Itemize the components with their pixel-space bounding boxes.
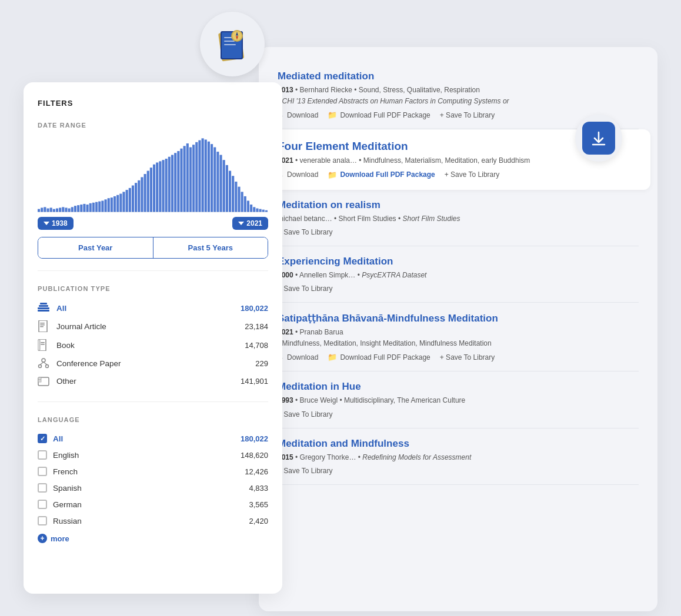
pub-type-other[interactable]: Other 141,901: [38, 372, 268, 390]
svg-rect-29: [95, 202, 98, 212]
svg-rect-18: [62, 207, 64, 212]
past-year-button[interactable]: Past Year: [38, 237, 153, 258]
pub-type-other-label: Other: [56, 377, 76, 386]
svg-rect-97: [41, 342, 45, 343]
svg-rect-92: [40, 323, 45, 324]
svg-rect-4: [224, 41, 235, 42]
svg-rect-57: [180, 149, 182, 212]
svg-rect-69: [216, 152, 219, 212]
svg-rect-72: [226, 165, 228, 212]
past-5-years-button[interactable]: Past 5 Years: [153, 237, 268, 258]
date-range-chart: [38, 136, 268, 212]
svg-rect-17: [59, 207, 61, 212]
svg-rect-16: [56, 209, 58, 213]
svg-rect-54: [171, 155, 173, 213]
lang-spanish-checkbox[interactable]: [38, 483, 47, 493]
download-pdf-btn-5[interactable]: 📁 Download Full PDF Package: [328, 353, 430, 361]
svg-rect-75: [235, 182, 237, 212]
lang-french[interactable]: French 12,426: [38, 463, 268, 480]
result-title-5[interactable]: Satipaṭṭhāna Bhāvanā-Mindfulness Meditat…: [278, 312, 639, 324]
more-languages-link[interactable]: + more: [38, 534, 268, 543]
svg-rect-40: [129, 188, 131, 212]
download-btn-2[interactable]: ⬇ Download: [278, 170, 318, 179]
result-meta-5: 2021 • Pranab Barua • Mindfulness, Medit…: [278, 327, 639, 349]
lang-russian-label: Russian: [53, 517, 82, 525]
download-badge[interactable]: [575, 115, 622, 162]
svg-point-100: [39, 365, 42, 368]
svg-rect-82: [256, 209, 258, 213]
save-library-btn-1[interactable]: + Save To Library: [440, 111, 495, 119]
lang-spanish[interactable]: Spanish 4,833: [38, 480, 268, 496]
save-library-btn-5[interactable]: + Save To Library: [440, 353, 495, 361]
download-btn-1[interactable]: ⬇ Download: [278, 111, 318, 119]
pub-type-all[interactable]: All 180,022: [38, 299, 268, 317]
result-actions-4: + Save To Library: [278, 284, 639, 293]
svg-rect-64: [202, 138, 204, 212]
svg-rect-11: [41, 207, 43, 212]
lang-all[interactable]: All 180,022: [38, 430, 268, 447]
svg-rect-62: [195, 142, 198, 212]
lang-french-checkbox[interactable]: [38, 467, 47, 476]
svg-rect-44: [141, 177, 143, 212]
svg-rect-19: [65, 207, 67, 212]
svg-rect-78: [244, 196, 246, 212]
lang-all-checkbox[interactable]: [38, 434, 47, 443]
svg-rect-96: [38, 340, 40, 350]
result-title-1[interactable]: Mediated meditation: [278, 71, 639, 82]
folder-icon-5: 📁: [328, 353, 337, 361]
conference-icon: [38, 358, 51, 369]
svg-rect-30: [98, 202, 101, 212]
save-library-btn-2[interactable]: + Save To Library: [445, 170, 500, 179]
lang-russian[interactable]: Russian 2,420: [38, 513, 268, 529]
lang-english-checkbox[interactable]: [38, 450, 47, 460]
save-library-btn-4[interactable]: + Save To Library: [278, 284, 333, 293]
svg-rect-37: [119, 194, 122, 212]
lang-english-label: English: [53, 451, 79, 460]
result-title-3[interactable]: Meditation on realism: [278, 199, 639, 211]
pub-type-book[interactable]: Book 14,708: [38, 336, 268, 354]
svg-rect-105: [38, 377, 41, 380]
pub-type-conference[interactable]: Conference Paper 229: [38, 354, 268, 372]
save-library-btn-3[interactable]: + Save To Library: [278, 228, 333, 236]
result-actions-3: + Save To Library: [278, 228, 639, 236]
svg-rect-59: [186, 143, 189, 212]
download-inner: [582, 122, 615, 155]
result-title-7[interactable]: Meditation and Mindfulness: [278, 438, 639, 450]
svg-rect-33: [108, 198, 110, 212]
lang-german[interactable]: German 3,565: [38, 496, 268, 513]
lang-german-checkbox[interactable]: [38, 500, 47, 509]
start-year-badge[interactable]: 1938: [38, 217, 74, 230]
lang-spanish-count: 4,833: [249, 484, 268, 493]
folder-icon-1: 📁: [328, 111, 337, 119]
result-title-6[interactable]: Meditation in Hue: [278, 381, 639, 393]
download-pdf-btn-1[interactable]: 📁 Download Full PDF Package: [328, 111, 430, 119]
pub-type-all-count: 180,022: [241, 304, 268, 313]
divider-1: [38, 270, 268, 271]
save-library-btn-6[interactable]: + Save To Library: [278, 410, 333, 419]
svg-rect-88: [39, 305, 48, 307]
svg-rect-13: [46, 209, 49, 213]
svg-rect-41: [132, 186, 134, 213]
svg-rect-38: [122, 192, 125, 212]
svg-rect-26: [86, 205, 89, 212]
svg-rect-47: [150, 168, 152, 212]
lang-russian-checkbox[interactable]: [38, 516, 47, 525]
download-btn-5[interactable]: ⬇ Download: [278, 353, 318, 361]
result-item-7: Meditation and Mindfulness 2015 • Gregor…: [278, 428, 639, 485]
svg-rect-15: [53, 209, 55, 212]
download-pdf-btn-2[interactable]: 📁 Download Full PDF Package: [328, 170, 435, 179]
svg-rect-36: [116, 195, 119, 212]
result-item-6: Meditation in Hue 1993 • Bruce Weigl • M…: [278, 371, 639, 428]
date-range-label: DATE RANGE: [38, 122, 268, 129]
result-title-4[interactable]: Experiencing Meditation: [278, 256, 639, 267]
svg-rect-73: [229, 171, 231, 212]
save-library-btn-7[interactable]: + Save To Library: [278, 467, 333, 475]
svg-rect-70: [219, 155, 222, 213]
download-icon: [589, 129, 608, 148]
svg-rect-84: [262, 210, 265, 212]
lang-english[interactable]: English 148,620: [38, 447, 268, 463]
end-year-badge[interactable]: 2021: [232, 217, 268, 230]
pub-type-journal[interactable]: Journal Article 23,184: [38, 317, 268, 336]
filters-panel: FILTERS DATE RANGE: [24, 82, 282, 594]
search-papers-icon: [211, 23, 253, 65]
